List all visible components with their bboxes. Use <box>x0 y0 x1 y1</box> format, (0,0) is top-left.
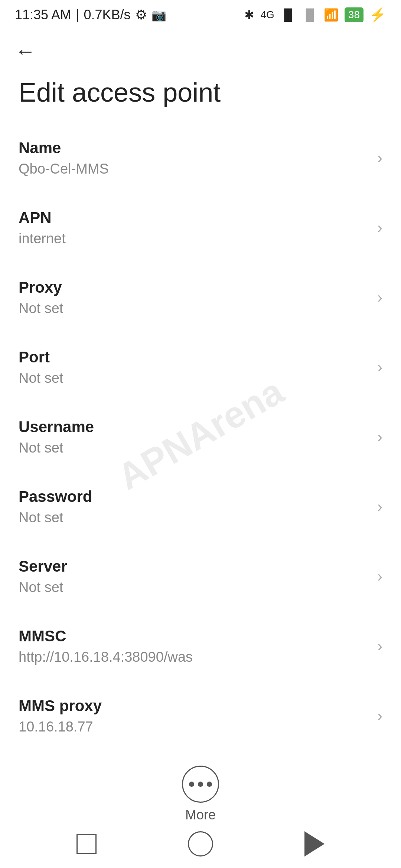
nav-recent-icon <box>76 834 97 854</box>
nav-home-button[interactable] <box>182 825 219 862</box>
setting-item-apn[interactable]: APN internet › <box>0 193 401 263</box>
setting-label-apn: APN <box>19 208 370 228</box>
setting-label-mms-proxy: MMS proxy <box>19 696 370 716</box>
dot1 <box>189 782 194 787</box>
setting-item-port[interactable]: Port Not set › <box>0 332 401 402</box>
setting-label-password: Password <box>19 487 370 507</box>
setting-content-apn: APN internet <box>19 208 370 248</box>
battery-level: 38 <box>348 9 360 21</box>
setting-value-server: Not set <box>19 578 370 596</box>
setting-item-password[interactable]: Password Not set › <box>0 472 401 542</box>
more-dots <box>189 782 212 787</box>
chevron-icon-proxy: › <box>377 289 382 306</box>
dot2 <box>198 782 203 787</box>
setting-item-mmsc[interactable]: MMSC http://10.16.18.4:38090/was › <box>0 611 401 681</box>
nav-back-icon <box>304 831 325 857</box>
dot3 <box>207 782 212 787</box>
signal-4g-icon: 4G <box>260 9 274 21</box>
setting-value-username: Not set <box>19 439 370 457</box>
setting-content-mmsc: MMSC http://10.16.18.4:38090/was <box>19 626 370 666</box>
battery-indicator: 38 <box>345 7 363 22</box>
setting-item-username[interactable]: Username Not set › <box>0 402 401 472</box>
signal-bars-icon: ▐▌ <box>280 9 296 21</box>
setting-value-proxy: Not set <box>19 299 370 318</box>
setting-content-server: Server Not set <box>19 556 370 596</box>
setting-label-proxy: Proxy <box>19 277 370 298</box>
setting-value-apn: internet <box>19 230 370 248</box>
setting-content-mms-proxy: MMS proxy 10.16.18.77 <box>19 696 370 736</box>
more-button[interactable] <box>182 766 219 803</box>
setting-content-proxy: Proxy Not set <box>19 277 370 318</box>
chevron-icon-apn: › <box>377 219 382 237</box>
time: 11:35 AM <box>15 7 71 23</box>
setting-content-password: Password Not set <box>19 487 370 527</box>
bluetooth-icon: ✱ <box>244 8 254 22</box>
chevron-icon-port: › <box>377 358 382 376</box>
setting-item-proxy[interactable]: Proxy Not set › <box>0 263 401 332</box>
setting-label-name: Name <box>19 138 370 158</box>
status-right: ✱ 4G ▐▌ ▐▌ 📶 38 ⚡ <box>244 7 386 23</box>
setting-value-password: Not set <box>19 509 370 527</box>
setting-content-name: Name Qbo-Cel-MMS <box>19 138 370 178</box>
setting-item-server[interactable]: Server Not set › <box>0 542 401 611</box>
camera-icon: 📷 <box>151 8 166 22</box>
setting-value-mms-proxy: 10.16.18.77 <box>19 718 370 736</box>
separator: | <box>76 7 79 23</box>
setting-content-port: Port Not set <box>19 347 370 387</box>
setting-value-mmsc: http://10.16.18.4:38090/was <box>19 648 370 666</box>
wifi-icon: 📶 <box>324 8 339 22</box>
nav-back-button[interactable] <box>296 825 333 862</box>
setting-label-username: Username <box>19 417 370 437</box>
setting-content-username: Username Not set <box>19 417 370 457</box>
chevron-icon-username: › <box>377 428 382 446</box>
chevron-icon-mmsc: › <box>377 637 382 655</box>
signal-bars2-icon: ▐▌ <box>302 9 318 21</box>
chevron-icon-name: › <box>377 149 382 167</box>
setting-label-mmsc: MMSC <box>19 626 370 647</box>
setting-item-name[interactable]: Name Qbo-Cel-MMS › <box>0 123 401 193</box>
chevron-icon-mms-proxy: › <box>377 707 382 725</box>
chevron-icon-password: › <box>377 498 382 516</box>
page-title: Edit access point <box>0 69 401 123</box>
back-button[interactable]: ← <box>15 41 386 62</box>
setting-item-mms-proxy[interactable]: MMS proxy 10.16.18.77 › <box>0 681 401 751</box>
nav-recent-button[interactable] <box>68 825 105 862</box>
status-left: 11:35 AM | 0.7KB/s ⚙ 📷 <box>15 7 166 23</box>
setting-label-port: Port <box>19 347 370 368</box>
nav-bar <box>0 820 401 868</box>
setting-label-server: Server <box>19 556 370 577</box>
nav-home-icon <box>188 831 213 857</box>
settings-list: Name Qbo-Cel-MMS › APN internet › Proxy … <box>0 123 401 751</box>
back-arrow-icon: ← <box>15 39 36 63</box>
status-bar: 11:35 AM | 0.7KB/s ⚙ 📷 ✱ 4G ▐▌ ▐▌ 📶 38 ⚡ <box>0 0 401 30</box>
setting-value-port: Not set <box>19 369 370 387</box>
settings-icon: ⚙ <box>135 7 147 23</box>
setting-value-name: Qbo-Cel-MMS <box>19 160 370 178</box>
network-speed: 0.7KB/s <box>84 7 130 23</box>
charging-icon: ⚡ <box>369 7 386 23</box>
chevron-icon-server: › <box>377 568 382 585</box>
